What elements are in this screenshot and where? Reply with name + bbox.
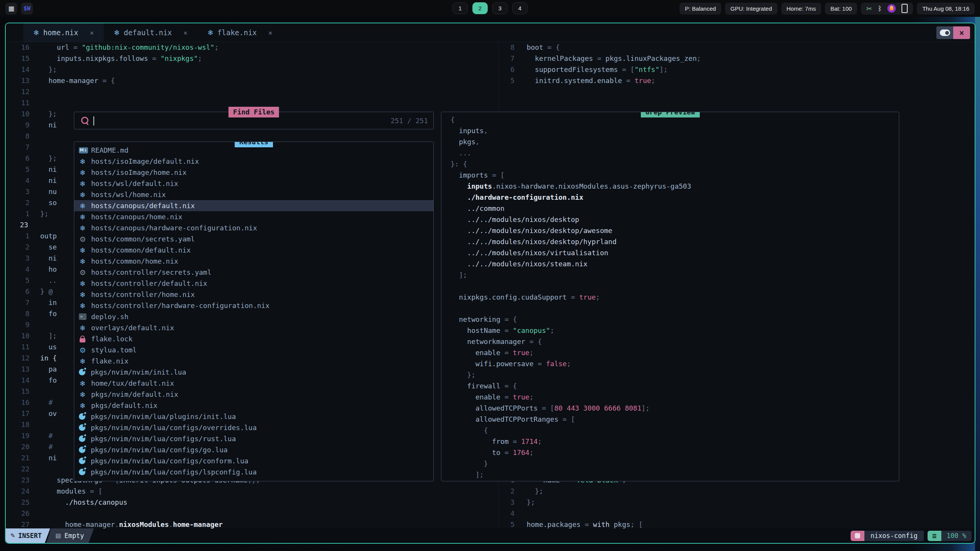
line-number: 12: [6, 88, 29, 96]
window-toggle-button[interactable]: [936, 26, 953, 39]
result-item[interactable]: ❄hosts/wsl/default.nix: [74, 178, 433, 189]
nix-snowflake-icon: ❄: [33, 28, 39, 37]
code-line: ./hardware-configuration.nix: [451, 192, 899, 203]
nix-file-icon: ❄: [79, 324, 87, 332]
code-line: from = 1714;: [451, 436, 899, 447]
workspace-1[interactable]: 1: [452, 2, 468, 14]
code-text: to = 1764;: [451, 448, 534, 456]
result-item[interactable]: pkgs/nvim/nvim/lua/plugins/init.lua: [74, 411, 433, 422]
lua-file-icon: [79, 435, 85, 442]
code-text: initrd.systemd.enable = true;: [514, 77, 655, 85]
line-number: 16: [6, 43, 29, 51]
tab-label: default.nix: [124, 28, 172, 37]
result-item[interactable]: ⚙hosts/controller/secrets.yaml: [74, 267, 433, 278]
result-item[interactable]: ❄hosts/wsl/home.nix: [74, 189, 433, 200]
line-number: 15: [6, 387, 29, 395]
code-text: pa: [29, 365, 57, 373]
result-item[interactable]: >_deploy.sh: [74, 311, 433, 322]
line-number: 16: [6, 398, 29, 406]
result-item[interactable]: ❄flake.nix: [74, 355, 433, 367]
workspace-4[interactable]: 4: [512, 2, 528, 14]
launcher-button[interactable]: ▦: [5, 3, 17, 15]
code-line: }: {: [451, 158, 899, 170]
tray: ✂ᛒ: [861, 3, 913, 15]
result-item[interactable]: pkgs/nvim/nvim/lua/configs/rust.lua: [74, 433, 433, 444]
tab-close-icon[interactable]: ×: [268, 29, 273, 37]
line-number: 11: [6, 99, 29, 107]
result-item[interactable]: ❄hosts/controller/default.nix: [74, 278, 433, 289]
line-number: 20: [6, 443, 29, 451]
workspace-3[interactable]: 3: [492, 2, 508, 14]
tab-close-icon[interactable]: ×: [183, 29, 188, 37]
code-text: home-manager.nixosModules.home-manager: [29, 520, 223, 528]
line-number: 5: [6, 276, 29, 284]
result-item[interactable]: ❄hosts/isoImage/default.nix: [74, 156, 433, 167]
result-item[interactable]: ❄hosts/canopus/home.nix: [74, 211, 433, 222]
code-line: ../../modules/nixos/desktop: [451, 214, 899, 225]
code-text: supportedFilesystems = ["ntfs"];: [514, 65, 668, 73]
code-line: ../../modules/nixos/desktop/hyprland: [451, 236, 899, 247]
result-item[interactable]: ❄hosts/controller/home.nix: [74, 289, 433, 300]
code-line: pkgs,: [451, 136, 899, 147]
code-line: };: [451, 369, 899, 380]
result-label: hosts/common/home.nix: [91, 257, 178, 265]
result-item[interactable]: ❄hosts/controller/hardware-configuration…: [74, 300, 433, 311]
result-item[interactable]: ⚙hosts/common/secrets.yaml: [74, 233, 433, 245]
code-line: 16 url = "github:nix-community/nixos-wsl…: [6, 42, 498, 53]
tab-flake-nix[interactable]: ❄flake.nix×: [198, 23, 283, 42]
line-number: 2: [6, 199, 29, 207]
result-label: hosts/common/default.nix: [91, 246, 191, 254]
code-line: allowedTCPPortRanges = [: [451, 414, 899, 425]
preview-title: Grep Preview: [640, 112, 699, 117]
bluetooth-icon[interactable]: ᛒ: [878, 5, 882, 12]
result-item[interactable]: ❄hosts/common/default.nix: [74, 245, 433, 256]
result-item[interactable]: pkgs/nvim/nvim/lua/configs/conform.lua: [74, 455, 433, 466]
code-line: enable = true;: [451, 391, 899, 403]
mode-text: INSERT: [18, 532, 42, 540]
result-item[interactable]: ❄hosts/isoImage/home.nix: [74, 167, 433, 178]
line-number: 7: [6, 298, 29, 306]
md-file-icon: M↓: [79, 147, 88, 153]
result-item[interactable]: ❄hosts/canopus/default.nix: [74, 200, 433, 211]
result-label: hosts/controller/secrets.yaml: [91, 268, 211, 276]
line-number: 9: [6, 321, 29, 329]
sh-file-icon: >_: [79, 313, 87, 320]
result-item[interactable]: ❄hosts/common/home.nix: [74, 256, 433, 267]
result-label: stylua.toml: [91, 346, 137, 354]
line-number: 8: [499, 43, 514, 51]
window-close-button[interactable]: ×: [953, 26, 970, 39]
result-item[interactable]: ❄home/tux/default.nix: [74, 378, 433, 389]
flame-icon[interactable]: [887, 4, 896, 13]
result-item[interactable]: pkgs/nvim/nvim/lua/configs/lspconfig.lua: [74, 466, 433, 478]
result-item[interactable]: ⚙stylua.toml: [74, 344, 433, 355]
workspace-2[interactable]: 2: [472, 2, 488, 14]
phone-icon[interactable]: [902, 4, 908, 13]
result-item[interactable]: pkgs/nvim/nvim/lua/configs/overrides.lua: [74, 422, 433, 433]
code-text: ../../modules/nixos/desktop: [451, 215, 579, 223]
result-item[interactable]: ❄hosts/canopus/hardware-configuration.ni…: [74, 222, 433, 233]
scissors-icon[interactable]: ✂: [866, 5, 872, 13]
line-number: 13: [6, 365, 29, 373]
logo-chip[interactable]: $W: [21, 3, 33, 15]
nix-file-icon: ❄: [79, 213, 87, 221]
tab-close-icon[interactable]: ×: [90, 29, 94, 37]
code-text: nu: [29, 187, 57, 196]
result-label: flake.nix: [91, 357, 129, 365]
code-text: so: [29, 199, 57, 207]
result-item[interactable]: flake.lock: [74, 333, 433, 344]
find-files-input[interactable]: Find Files 251 / 251: [74, 112, 434, 129]
result-item[interactable]: ❄overlays/default.nix: [74, 322, 433, 333]
result-item[interactable]: pkgs/nvim/nvim/init.lua: [74, 367, 433, 378]
tab-default-nix[interactable]: ❄default.nix×: [104, 23, 198, 42]
line-number: 3: [6, 187, 29, 196]
result-item[interactable]: pkgs/nvim/nvim/lua/configs/go.lua: [74, 444, 433, 455]
nix-file-icon: ❄: [79, 390, 87, 399]
nix-file-icon: ❄: [79, 191, 87, 199]
code-text: ../../modules/nixos/steam.nix: [451, 260, 588, 268]
nix-file-icon: ❄: [79, 257, 87, 266]
code-text: };: [451, 371, 475, 379]
result-item[interactable]: ❄pkgs/default.nix: [74, 400, 433, 411]
code-text: in: [29, 298, 57, 306]
tab-home-nix[interactable]: ❄home.nix×: [23, 23, 104, 42]
result-item[interactable]: ❄pkgs/nvim/default.nix: [74, 389, 433, 400]
